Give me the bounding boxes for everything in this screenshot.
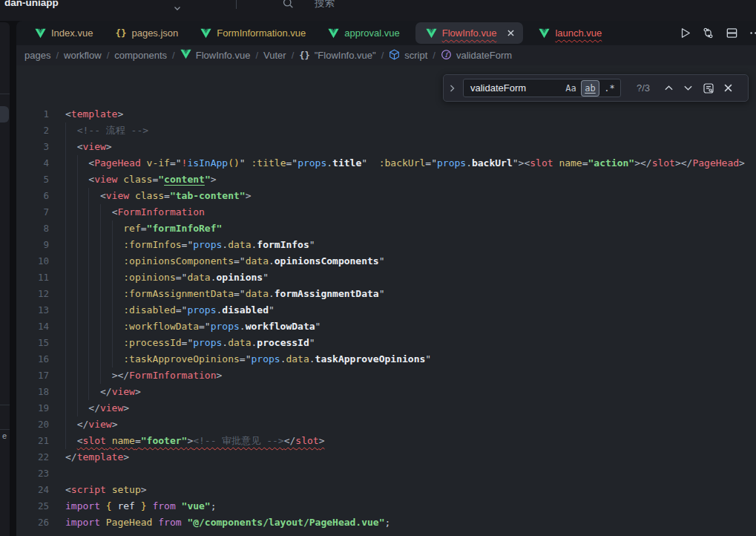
code-text[interactable]: ref="formInfoRef"	[49, 220, 222, 237]
code-line[interactable]: 19 </view>	[16, 400, 756, 416]
code-text[interactable]: import { ref } from "vue";	[49, 498, 217, 514]
code-text[interactable]: <!-- 流程 -->	[49, 122, 148, 139]
code-line[interactable]: 11 :opinions="data.opinions"	[16, 269, 756, 286]
code-line[interactable]: 13 :disabled="props.disabled"	[16, 302, 756, 318]
code-text[interactable]: :disabled="props.disabled"	[49, 302, 275, 318]
code-text[interactable]: </view>	[49, 416, 117, 433]
code-line[interactable]: 23	[16, 465, 756, 482]
code-text[interactable]: <view class="tab-content">	[49, 188, 251, 204]
code-line[interactable]: 20 </view>	[16, 416, 756, 433]
code-line[interactable]: 26import PageHead from "@/components/lay…	[16, 514, 756, 531]
code-text[interactable]: :formInfos="props.data.formInfos"	[49, 237, 315, 253]
code-text[interactable]: :processId="props.data.processId"	[49, 335, 315, 351]
close-icon[interactable]	[507, 30, 514, 36]
find-input[interactable]: validateForm Aa ab .*	[463, 79, 621, 97]
breadcrumb-item-validateForm[interactable]: fvalidateForm	[441, 49, 512, 62]
indent-guide	[100, 286, 101, 302]
tab-pages.json[interactable]: {}pages.json	[104, 21, 189, 45]
code-text[interactable]: <view class="content">	[49, 171, 217, 188]
code-line[interactable]: 1<template>	[16, 106, 756, 122]
explorer-selected-item[interactable]	[0, 106, 9, 122]
indent-guide	[65, 204, 66, 220]
breadcrumb-item-workflow[interactable]: workflow	[64, 50, 102, 61]
code-line[interactable]: 7 <FormInformation	[16, 204, 756, 220]
project-name[interactable]: dan-uniapp	[4, 0, 59, 11]
code-text[interactable]: <slot name="footer"><!-- 审批意见 --></slot>	[49, 433, 324, 449]
regex-button[interactable]: .*	[601, 81, 618, 96]
svg-text:f: f	[445, 50, 450, 58]
code-text[interactable]: ></FormInformation>	[49, 367, 222, 384]
previous-match-button[interactable]	[663, 83, 675, 93]
code-line[interactable]: 14 :workflowData="props.workflowData"	[16, 318, 756, 335]
indent-guide	[112, 335, 113, 351]
code-text[interactable]: <view>	[49, 139, 112, 155]
line-number: 10	[16, 253, 49, 269]
close-find-button[interactable]	[723, 82, 734, 94]
code-text[interactable]: <FormInformation	[49, 204, 205, 220]
tab-approval.vue[interactable]: approval.vue	[317, 21, 410, 45]
tab-FlowInfo.vue[interactable]: FlowInfo.vue	[415, 22, 524, 44]
code-line[interactable]: 10 :opinionsComponents="data.opinionsCom…	[16, 253, 756, 269]
code-text[interactable]: <script setup>	[49, 482, 147, 498]
code-line[interactable]: 15 :processId="props.data.processId"	[16, 335, 756, 351]
run-icon[interactable]	[678, 27, 691, 39]
vue-icon	[539, 28, 550, 39]
line-number: 14	[16, 318, 49, 335]
code-line[interactable]: 18 </view>	[16, 384, 756, 400]
code-text[interactable]	[49, 465, 65, 482]
code-line[interactable]: 5 <view class="content">	[16, 171, 756, 188]
code-line[interactable]: 2 <!-- 流程 -->	[16, 122, 756, 139]
code-text[interactable]: <template>	[49, 106, 123, 122]
code-text[interactable]: </view>	[49, 384, 141, 400]
code-text[interactable]: import PageHead from "@/components/layou…	[49, 514, 390, 531]
chevron-down-icon[interactable]	[173, 2, 182, 16]
whole-word-button[interactable]: ab	[582, 81, 599, 96]
tab-launch.vue[interactable]: launch.vue	[527, 21, 613, 45]
code-text[interactable]: </template>	[49, 449, 129, 465]
breadcrumb-item-script[interactable]: script	[389, 49, 427, 62]
breadcrumb-item-pages[interactable]: pages	[24, 50, 50, 61]
code-text[interactable]: :opinions="data.opinions"	[49, 269, 269, 286]
code-line[interactable]: 25import { ref } from "vue";	[16, 498, 756, 514]
code-line[interactable]: 16 :taskApproveOpinions="props.data.task…	[16, 351, 756, 367]
code-text[interactable]: :workflowData="props.workflowData"	[49, 318, 321, 335]
next-match-button[interactable]	[682, 83, 694, 93]
breadcrumb-item-FlowInfo.vue[interactable]: FlowInfo.vue	[180, 49, 251, 62]
breadcrumb-item-components[interactable]: components	[114, 50, 167, 61]
indent-guide	[88, 351, 89, 367]
find-in-selection-button[interactable]	[701, 81, 716, 96]
code-line[interactable]: 12 :formAssignmentData="data.formAssignm…	[16, 286, 756, 302]
indent-guide	[77, 237, 78, 253]
split-editor-icon[interactable]	[726, 27, 738, 39]
line-number: 4	[16, 155, 49, 171]
more-actions-icon[interactable]	[749, 27, 756, 39]
code-text[interactable]: :opinionsComponents="data.opinionsCompon…	[49, 253, 385, 269]
toggle-replace-button[interactable]	[448, 84, 456, 93]
indent-guide	[88, 335, 89, 351]
tab-FormInformation.vue[interactable]: FormInformation.vue	[189, 21, 317, 45]
code-line[interactable]: 17 ></FormInformation>	[16, 367, 756, 384]
breadcrumb-item-FlowInfo.vue[interactable]: {}"FlowInfo.vue"	[299, 50, 375, 61]
code-text[interactable]: </view>	[49, 400, 129, 416]
code-line[interactable]: 24<script setup>	[16, 482, 756, 498]
vue-icon	[328, 28, 339, 39]
global-search-label[interactable]: 搜索	[315, 0, 335, 11]
code-line[interactable]: 4 <PageHead v-if="!isInApp()" :title="pr…	[16, 155, 756, 171]
code-editor[interactable]: validateForm Aa ab .* ?/3	[16, 65, 756, 536]
code-text[interactable]: :taskApproveOpinions="props.data.taskApp…	[49, 351, 431, 367]
code-text[interactable]: <PageHead v-if="!isInApp()" :title="prop…	[49, 155, 745, 171]
code-line[interactable]: 6 <view class="tab-content">	[16, 188, 756, 204]
code-line[interactable]: 3 <view>	[16, 139, 756, 155]
code-line[interactable]: 9 :formInfos="props.data.formInfos"	[16, 237, 756, 253]
search-icon[interactable]	[282, 0, 295, 13]
match-case-button[interactable]: Aa	[562, 81, 579, 96]
code-text[interactable]: :formAssignmentData="data.formAssignment…	[49, 286, 385, 302]
code-line[interactable]: 21 <slot name="footer"><!-- 审批意见 --></sl…	[16, 433, 756, 449]
sync-icon[interactable]	[702, 27, 714, 39]
tab-Index.vue[interactable]: Index.vue	[24, 21, 104, 45]
breadcrumb-item-Vuter[interactable]: Vuter	[263, 50, 286, 61]
code-line[interactable]: 8 ref="formInfoRef"	[16, 220, 756, 237]
code-line[interactable]: 22</template>	[16, 449, 756, 465]
indent-guide	[88, 318, 89, 335]
find-query[interactable]: validateForm	[470, 82, 560, 94]
